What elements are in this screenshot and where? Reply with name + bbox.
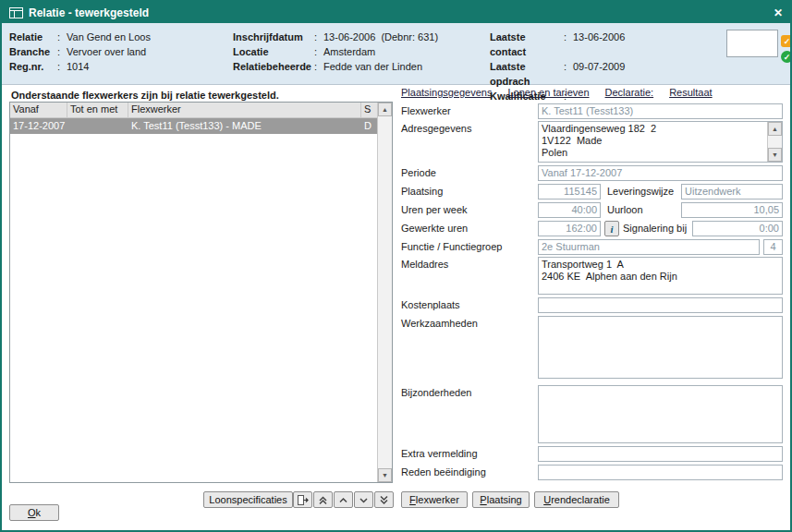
colon: :: [314, 44, 323, 59]
locatie-value: Amsterdam: [323, 44, 375, 59]
locatie-label: Locatie: [233, 44, 314, 59]
column-header-vanaf[interactable]: Vanaf: [10, 103, 67, 117]
plaatsing-button[interactable]: Plaatsing: [472, 491, 530, 508]
regnr-label: Reg.nr.: [9, 59, 57, 74]
leveringswijze-field[interactable]: Uitzendwerk: [681, 184, 783, 200]
info-button[interactable]: i: [604, 221, 619, 236]
list-scrollbar[interactable]: ▲ ▼: [377, 103, 392, 482]
relatie-label: Relatie: [9, 30, 57, 44]
scroll-down-icon[interactable]: ▼: [768, 148, 782, 162]
flexwerker-field[interactable]: K. Test11 (Tesst133): [538, 103, 783, 119]
colon: :: [564, 30, 573, 59]
chevron-down-icon: [359, 495, 369, 505]
werkzaamheden-field[interactable]: [538, 316, 783, 379]
uren-per-week-field[interactable]: 40:00: [538, 202, 601, 218]
scroll-up-icon[interactable]: ▲: [768, 122, 782, 136]
table-row[interactable]: 17-12-2007 K. Test11 (Tesst133) - MADE D: [10, 118, 377, 134]
tab-plaatsingsgegevens[interactable]: Plaatsingsgegevens: [401, 87, 492, 98]
orange-check-icon: ✓: [781, 35, 792, 47]
scroll-down-icon[interactable]: ▼: [378, 468, 392, 482]
adresgegevens-label: Adresgegevens: [401, 123, 471, 134]
branche-value: Vervoer over land: [67, 44, 146, 59]
loonspecificaties-button[interactable]: Loonspecificaties: [203, 491, 293, 508]
window-title: Relatie - tewerkgesteld: [29, 6, 768, 19]
green-check-icon: ✓: [781, 51, 792, 63]
functie-field[interactable]: 2e Stuurman: [538, 239, 760, 255]
extra-vermelding-label: Extra vermelding: [401, 448, 478, 459]
row-flexwerker: K. Test11 (Tesst133) - MADE: [128, 118, 361, 134]
move-up-button[interactable]: [334, 491, 353, 508]
dialog-relatie-tewerkgesteld: Relatie - tewerkgesteld ✕ Relatie:Van Ge…: [0, 0, 792, 532]
flexworker-list[interactable]: Vanaf Tot en met Flexwerker S 17-12-2007…: [9, 102, 393, 483]
adresgegevens-text: Vlaardingenseweg 182 2 1V122 Made Polen: [539, 122, 767, 162]
relatie-value: Van Gend en Loos: [67, 30, 151, 44]
relatiebeheerder-label: Relatiebeheerde: [233, 59, 314, 74]
relatiebeheerder-value: Fedde van der Linden: [323, 59, 422, 74]
close-icon[interactable]: ✕: [774, 6, 783, 19]
reden-beeindiging-label: Reden beëindiging: [401, 466, 486, 478]
colon: :: [564, 59, 573, 89]
urendeclaratie-button[interactable]: Urendeclaratie: [534, 491, 619, 508]
reden-beeindiging-field[interactable]: [538, 465, 783, 480]
document-arrow-icon: [297, 494, 309, 506]
column-header-tot-en-met[interactable]: Tot en met: [67, 103, 128, 117]
scroll-up-icon[interactable]: ▲: [378, 103, 392, 116]
meldadres-label: Meldadres: [401, 259, 448, 270]
bijzonderheden-label: Bijzonderheden: [401, 387, 471, 398]
document-arrow-button[interactable]: [293, 491, 312, 508]
uurloon-label: Uurloon: [607, 204, 643, 215]
branche-label: Branche: [9, 44, 57, 59]
row-vanaf: 17-12-2007: [10, 118, 67, 134]
functiegroep-field[interactable]: 4: [763, 239, 783, 255]
row-s: D: [361, 118, 377, 134]
column-header-flexwerker[interactable]: Flexwerker: [128, 103, 361, 117]
move-down-button[interactable]: [354, 491, 373, 508]
inschrijfdatum-label: Inschrijfdatum: [233, 30, 314, 44]
functie-label: Functie / Functiegroep: [401, 241, 502, 252]
signalering-bij-field[interactable]: 0:00: [692, 221, 783, 236]
colon: :: [314, 30, 323, 44]
gewerkte-uren-label: Gewerkte uren: [401, 223, 468, 234]
move-top-button[interactable]: [313, 491, 333, 508]
adresgegevens-field[interactable]: Vlaardingenseweg 182 2 1V122 Made Polen …: [538, 121, 783, 163]
signalering-bij-label: Signalering bij: [623, 223, 687, 234]
flexworker-list-body: Vanaf Tot en met Flexwerker S 17-12-2007…: [10, 103, 377, 482]
row-tot-en-met: [67, 118, 128, 134]
chevron-up-icon: [338, 495, 348, 505]
double-chevron-up-icon: [318, 495, 328, 505]
periode-field[interactable]: Vanaf 17-12-2007: [538, 165, 783, 181]
tab-declaratie[interactable]: Declaratie:: [605, 87, 654, 98]
laatste-opdracht-value: 09-07-2009: [573, 59, 625, 89]
photo-box: [726, 30, 778, 57]
ok-button[interactable]: Ok: [9, 504, 59, 521]
colon: :: [57, 30, 67, 44]
laatste-contact-value: 13-06-2006: [573, 30, 625, 59]
extra-vermelding-field[interactable]: [538, 446, 783, 462]
relation-summary-left: Relatie:Van Gend en Loos Branche:Vervoer…: [9, 30, 151, 74]
plaatsing-label: Plaatsing: [401, 186, 443, 197]
periode-label: Periode: [401, 167, 436, 178]
column-header-s[interactable]: S: [361, 103, 377, 117]
relation-summary: Relatie:Van Gend en Loos Branche:Vervoer…: [2, 23, 790, 85]
colon: :: [57, 44, 67, 59]
werkzaamheden-label: Werkzaamheden: [401, 318, 478, 329]
kostenplaats-label: Kostenplaats: [401, 299, 460, 310]
uurloon-field[interactable]: 10,05: [681, 202, 783, 218]
laatste-opdracht-label: Laatste opdrach: [490, 59, 564, 89]
flexwerker-button[interactable]: Flexwerker: [401, 491, 468, 508]
bijzonderheden-field[interactable]: [538, 385, 783, 443]
inschrijfdatum-value: 13-06-2006 (Debnr: 631): [323, 30, 438, 44]
tab-resultaat[interactable]: Resultaat: [669, 87, 712, 98]
tab-bar: Plaatsingsgegevens Lonen en tarieven Dec…: [401, 87, 713, 98]
flexwerker-label: Flexwerker: [401, 105, 451, 116]
tab-lonen-en-tarieven[interactable]: Lonen en tarieven: [507, 87, 589, 98]
info-icon: i: [610, 224, 613, 235]
plaatsing-field[interactable]: 115145: [538, 184, 601, 200]
kostenplaats-field[interactable]: [538, 297, 783, 313]
title-bar[interactable]: Relatie - tewerkgesteld ✕: [2, 2, 790, 23]
adres-scrollbar[interactable]: ▲ ▼: [767, 122, 782, 162]
meldadres-field[interactable]: Transportweg 1 A 2406 KE Alphen aan den …: [538, 257, 783, 295]
relation-summary-middle: Inschrijfdatum:13-06-2006 (Debnr: 631) L…: [233, 30, 438, 74]
gewerkte-uren-field[interactable]: 162:00: [538, 221, 601, 236]
move-bottom-button[interactable]: [374, 491, 394, 508]
